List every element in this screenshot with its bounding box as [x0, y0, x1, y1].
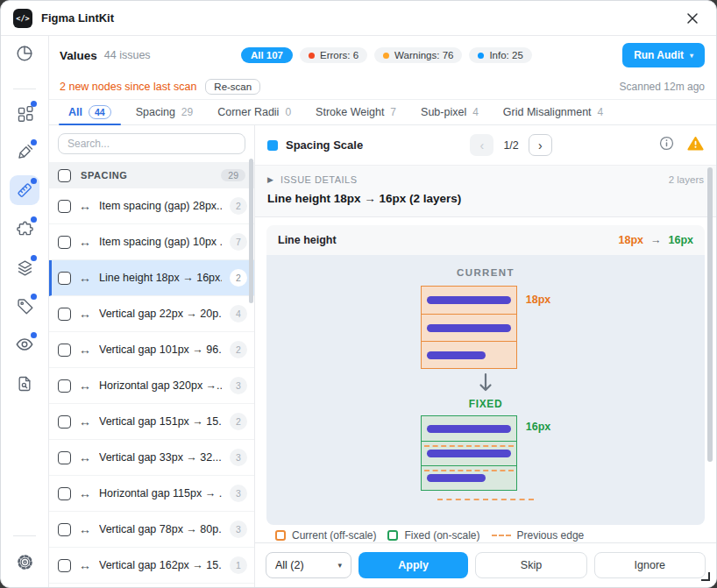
tab-sub-pixel[interactable]: Sub-pixel 4 [408, 100, 491, 124]
item-checkbox[interactable] [58, 236, 71, 249]
current-preview-box [421, 286, 517, 369]
sidebar-item-spacing-active[interactable] [10, 175, 39, 205]
notification-dot [31, 178, 37, 184]
issue-count-badge: 3 [230, 449, 247, 466]
issue-label: Vertical gap 151px → 15... [99, 415, 222, 428]
resize-handle-icon[interactable] [701, 572, 710, 581]
issue-list-item[interactable]: ↔ Item spacing (gap) 10px ... 7 [49, 224, 254, 260]
sidebar-item-layers[interactable] [10, 252, 39, 282]
sidebar-item-styles[interactable] [10, 137, 39, 166]
errors-badge[interactable]: Errors: 6 [300, 47, 367, 63]
sidebar-item-settings[interactable] [10, 547, 39, 577]
search-input[interactable] [58, 133, 245, 154]
tab-grid-misalignment[interactable]: Grid Misalignment 4 [491, 100, 615, 124]
preview-card-header: Line height 18px → 16px [266, 225, 705, 255]
scanned-timestamp: Scanned 12m ago [620, 81, 705, 93]
issue-list-item[interactable]: ↔ Vertical gap 33px → 32... 3 [49, 440, 254, 476]
item-checkbox[interactable] [58, 308, 71, 321]
notification-dot [31, 255, 37, 261]
ignore-button[interactable]: Ignore [594, 552, 706, 578]
item-checkbox[interactable] [58, 415, 71, 429]
run-audit-button[interactable]: Run Audit ▾ [622, 43, 705, 67]
detail-scrollbar[interactable] [707, 167, 713, 462]
tab-count-badge: 7 [390, 106, 396, 118]
brush-icon [16, 143, 34, 161]
tab-spacing[interactable]: Spacing 29 [124, 100, 206, 124]
item-checkbox[interactable] [58, 487, 71, 500]
spacing-arrow-icon: ↔ [79, 486, 91, 500]
skip-button[interactable]: Skip [475, 552, 586, 578]
item-checkbox[interactable] [58, 344, 71, 357]
sidebar-item-components[interactable] [10, 98, 39, 128]
issue-pager: ‹ 1/2 › [470, 134, 551, 156]
spacing-arrow-icon: ↔ [79, 450, 91, 464]
tab-count-badge: 0 [285, 106, 291, 118]
text-line-bar [427, 351, 486, 359]
disclosure-triangle-icon[interactable]: ▶ [267, 175, 273, 184]
all-count-badge[interactable]: All 107 [241, 47, 293, 63]
warnings-badge[interactable]: Warnings: 76 [374, 47, 462, 63]
issue-details-label[interactable]: ISSUE DETAILS [280, 174, 358, 185]
line-row [422, 314, 516, 341]
list-scrollbar[interactable] [249, 159, 253, 303]
tab-corner-radii[interactable]: Corner Radii 0 [205, 100, 303, 124]
warning-triangle-icon[interactable] [687, 136, 704, 154]
sidebar [1, 36, 49, 587]
group-checkbox[interactable] [58, 169, 71, 182]
issue-list-item[interactable]: ↔ Vertical gap 151px → 15... 2 [49, 404, 254, 440]
tab-count-badge: 4 [598, 106, 604, 118]
chevron-down-icon: ▾ [690, 52, 693, 60]
next-issue-button[interactable]: › [529, 134, 552, 156]
sidebar-item-overview[interactable] [10, 39, 39, 68]
apply-button[interactable]: Apply [358, 552, 468, 578]
arrow-down-icon [479, 372, 493, 397]
rescan-button[interactable]: Re-scan [205, 79, 260, 95]
issue-details-section: ▶ ISSUE DETAILS 2 layers Line height 18p… [255, 165, 716, 217]
item-checkbox[interactable] [58, 379, 71, 393]
preview-area: Line height 18px → 16px CURRENT [255, 217, 716, 587]
issue-list-item[interactable]: ↔ Vertical gap 78px → 80p... 3 [49, 512, 254, 548]
notification-dot [31, 294, 37, 300]
file-search-icon [16, 375, 33, 393]
rule-color-icon [267, 140, 278, 151]
group-header-spacing[interactable]: SPACING 29 [49, 162, 254, 188]
issue-list-item[interactable]: ↔ Vertical gap 22px → 20p... 4 [49, 296, 254, 332]
issue-list-item[interactable]: ↔ Horizontal gap 320px →... 3 [49, 368, 254, 404]
issue-list-item[interactable]: ↔ Vertical gap 101px → 96... 2 [49, 332, 254, 368]
issue-list-item[interactable]: ↔ Line height 18px → 16px... 2 [49, 260, 254, 296]
text-line-bar [427, 450, 511, 457]
info-icon[interactable] [659, 136, 674, 154]
prev-issue-button[interactable]: ‹ [470, 134, 493, 156]
apply-scope-select[interactable]: All (2) ▾ [266, 552, 351, 578]
from-value: 18px [619, 234, 644, 246]
error-dot-icon [309, 53, 315, 59]
item-checkbox[interactable] [58, 451, 71, 464]
item-checkbox[interactable] [58, 523, 71, 536]
sidebar-item-tokens[interactable] [10, 291, 39, 321]
sidebar-item-file-audit[interactable] [10, 369, 39, 399]
tab-all[interactable]: All 44 [56, 100, 124, 124]
issue-list-item[interactable]: ↔ Horizontal gap 115px → ... 3 [49, 476, 254, 512]
item-checkbox[interactable] [58, 200, 71, 213]
legend-swatch-icon [492, 535, 511, 536]
tab-stroke-weight[interactable]: Stroke Weight 7 [303, 100, 408, 124]
plugin-window: </> Figma LintKit [0, 0, 717, 588]
issue-count-badge: 2 [230, 413, 247, 430]
pager-position: 1/2 [503, 139, 518, 152]
preview-card: Line height 18px → 16px CURRENT [266, 225, 705, 525]
text-line-bar [427, 324, 511, 332]
issue-list-item[interactable]: ↔ Item spacing (gap) 28px... 2 [49, 188, 254, 224]
previous-edge-line [424, 445, 514, 447]
info-badge[interactable]: Info: 25 [469, 47, 531, 63]
preview-legend: Current (off-scale) Fixed (on-scale) Pre… [266, 525, 705, 542]
issue-list-item[interactable]: ↔ Vertical gap 162px → 15... 1 [49, 548, 254, 584]
title-bar: </> Figma LintKit [1, 1, 716, 36]
to-value: 16px [669, 234, 694, 246]
sidebar-item-visibility[interactable] [10, 329, 39, 359]
close-icon[interactable] [683, 9, 702, 28]
item-checkbox[interactable] [58, 559, 71, 572]
line-row [422, 465, 516, 490]
item-checkbox[interactable] [58, 272, 71, 285]
sidebar-item-plugins[interactable] [10, 214, 39, 244]
issue-count-badge: 2 [230, 341, 247, 358]
